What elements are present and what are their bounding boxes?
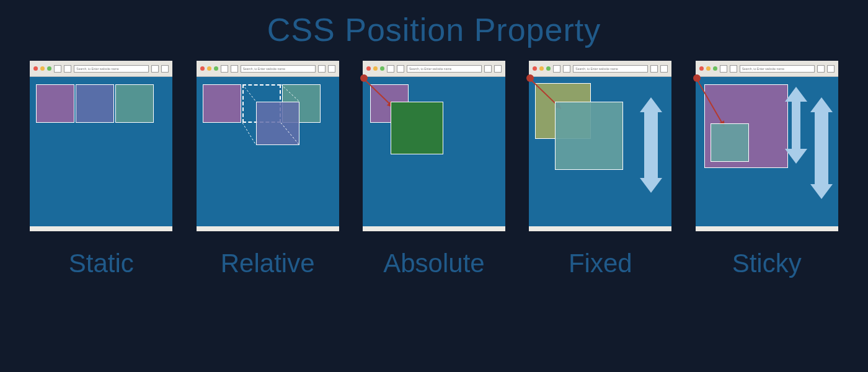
window-minimize-icon: [539, 66, 544, 71]
box-absolute-front: [391, 102, 443, 154]
card-label: Absolute: [383, 249, 484, 278]
tabs-icon: [827, 65, 835, 73]
card-static: Search, to Enter website name Static: [30, 61, 172, 278]
nav-back-icon: [221, 65, 228, 73]
card-sticky: Search, to Enter website name Sticky: [696, 61, 838, 278]
nav-back-icon: [720, 65, 727, 73]
window-close-icon: [33, 66, 38, 71]
scroll-double-arrow-icon: [644, 111, 658, 179]
browser-sticky: Search, to Enter website name: [696, 61, 838, 231]
window-close-icon: [200, 66, 205, 71]
box-static-2: [76, 84, 114, 123]
share-icon: [151, 65, 159, 73]
box-static-3: [115, 84, 154, 123]
card-absolute: Search, to Enter website name Absolute: [363, 61, 505, 278]
browser-chrome: Search, to Enter website name: [30, 61, 172, 77]
window-close-icon: [366, 66, 371, 71]
nav-back-icon: [553, 65, 560, 73]
svg-line-2: [242, 123, 256, 145]
browser-chrome: Search, to Enter website name: [197, 61, 339, 77]
browser-chrome: Search, to Enter website name: [529, 61, 671, 77]
viewport-relative: [197, 77, 339, 226]
box-static-1: [36, 84, 74, 123]
box-relative-moved: [256, 102, 299, 145]
window-minimize-icon: [373, 66, 378, 71]
card-label: Relative: [221, 249, 315, 278]
share-icon: [318, 65, 326, 73]
window-close-icon: [533, 66, 537, 71]
window-zoom-icon: [713, 66, 717, 71]
window-minimize-icon: [207, 66, 211, 71]
tabs-icon: [328, 65, 335, 73]
box-sticky-child: [711, 123, 749, 162]
card-label: Fixed: [569, 249, 632, 278]
browser-absolute: Search, to Enter website name: [363, 61, 505, 231]
viewport-static: [30, 77, 172, 226]
nav-back-icon: [387, 65, 394, 73]
box-fixed-front: [555, 102, 623, 170]
viewport-fixed: [529, 77, 671, 226]
nav-back-icon: [54, 65, 61, 73]
box-relative-1: [203, 84, 241, 123]
nav-forward-icon: [397, 65, 404, 73]
url-bar: Search, to Enter website name: [407, 65, 482, 73]
card-label: Static: [69, 249, 134, 278]
browser-chrome: Search, to Enter website name: [696, 61, 838, 77]
browser-static: Search, to Enter website name: [30, 61, 172, 231]
browser-chrome: Search, to Enter website name: [363, 61, 505, 77]
window-zoom-icon: [380, 66, 384, 71]
scroll-double-arrow-icon: [815, 111, 828, 185]
url-bar: Search, to Enter website name: [241, 65, 316, 73]
nav-forward-icon: [730, 65, 737, 73]
card-label: Sticky: [732, 249, 802, 278]
nav-forward-icon: [231, 65, 238, 73]
window-minimize-icon: [40, 66, 45, 71]
tabs-icon: [660, 65, 668, 73]
tabs-icon: [494, 65, 502, 73]
browser-fixed: Search, to Enter website name: [529, 61, 671, 231]
browser-relative: Search, to Enter website name: [197, 61, 339, 231]
window-close-icon: [699, 66, 704, 71]
tabs-icon: [161, 65, 169, 73]
share-icon: [484, 65, 492, 73]
window-zoom-icon: [214, 66, 218, 71]
url-bar: Search, to Enter website name: [74, 65, 149, 73]
share-icon: [817, 65, 825, 73]
url-bar: Search, to Enter website name: [573, 65, 648, 73]
window-zoom-icon: [47, 66, 51, 71]
card-fixed: Search, to Enter website name Fixed: [529, 61, 671, 278]
viewport-absolute: [363, 77, 505, 226]
cards-row: Search, to Enter website name Static Sea…: [0, 55, 868, 278]
viewport-sticky: [696, 77, 838, 226]
scroll-inner-arrow-icon: [792, 100, 800, 150]
nav-forward-icon: [64, 65, 71, 73]
window-zoom-icon: [546, 66, 551, 71]
share-icon: [650, 65, 658, 73]
window-minimize-icon: [706, 66, 711, 71]
card-relative: Search, to Enter website name Relative: [197, 61, 339, 278]
page-title: CSS Position Property: [0, 0, 868, 55]
nav-forward-icon: [563, 65, 570, 73]
url-bar: Search, to Enter website name: [740, 65, 815, 73]
